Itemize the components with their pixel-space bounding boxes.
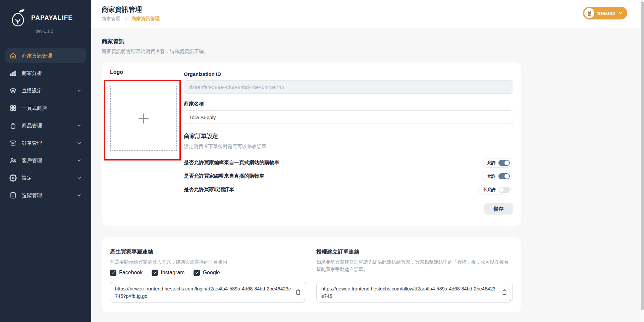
toggle-row-label: 是否允許買家編輯來自一頁式網站的購物車	[184, 159, 279, 166]
app-version: dev-1.1.2	[36, 29, 91, 34]
chevron-down-icon	[76, 88, 82, 93]
sidebar-item-label: 進階管理	[22, 192, 42, 199]
sidebar-item-customer-management[interactable]: 客戶管理	[5, 153, 86, 168]
checked-checkbox-icon	[110, 270, 116, 276]
sidebar-item-label: 商家資訊管理	[22, 53, 52, 59]
toggle-row-live-cart: 是否允許買家編輯來自直播的購物車 允許	[184, 171, 513, 181]
authorize-link-column: 授權建立訂單連結 如果要幫買家建立訂單請先提供此連結給買家，買家點擊連結中的「授…	[316, 248, 513, 312]
checkbox-google[interactable]: Google	[194, 270, 220, 276]
merchant-name-input[interactable]	[184, 110, 513, 124]
buyer-link-column: 產生買家專屬連結 勾選要顯示給買家的登入方式，建議與您直播的平台相同 Faceb…	[110, 248, 306, 312]
toggle-switch-off[interactable]	[498, 187, 510, 193]
header: 商家資訊管理 商家管理 商家資訊管理 tttest02	[91, 0, 644, 28]
chevron-down-icon	[76, 193, 82, 198]
sidebar-item-label: 一頁式商店	[22, 105, 47, 111]
layers-icon	[9, 87, 17, 94]
sidebar-item-label: 直播設定	[22, 88, 42, 94]
toggle-state-label: 允許	[487, 173, 496, 179]
authorize-url: https://newec-frontend.hestechs.com/allo…	[321, 286, 495, 299]
scrollbar-thumb[interactable]	[641, 1, 644, 310]
bar-chart-icon	[9, 70, 17, 77]
sidebar-item-label: 商家分析	[22, 70, 42, 77]
buyer-login-url-box[interactable]: https://newec-frontend.hestechs.com/logi…	[110, 282, 306, 303]
papaya-logo-icon	[9, 8, 27, 28]
allow-toggle[interactable]: 允許	[483, 172, 512, 181]
copy-icon[interactable]	[501, 288, 508, 296]
shopping-bag-icon	[9, 122, 17, 129]
authorize-url-box[interactable]: https://newec-frontend.hestechs.com/allo…	[316, 282, 513, 303]
toggle-switch-on[interactable]	[498, 173, 510, 179]
save-button[interactable]: 儲存	[484, 203, 513, 215]
sidebar-item-order-management[interactable]: 訂單管理	[5, 136, 86, 150]
avatar	[584, 8, 594, 18]
chevron-down-icon	[618, 11, 623, 15]
toggle-state-label: 允許	[487, 160, 496, 166]
resize-handle[interactable]	[302, 298, 305, 301]
breadcrumb-parent[interactable]: 商家管理	[102, 16, 120, 22]
sidebar-item-advanced-management[interactable]: 進階管理	[5, 188, 86, 203]
user-menu-button[interactable]: tttest02	[583, 7, 627, 19]
sidebar-item-label: 設定	[22, 175, 32, 181]
toggle-switch-on[interactable]	[498, 160, 510, 166]
sidebar-nav: 商家資訊管理 商家分析 直播設定	[0, 48, 91, 203]
sidebar: PAPAYALIFE dev-1.1.2 商家資訊管理 商家分析	[0, 0, 91, 322]
order-settings-title: 商家訂單設定	[184, 132, 513, 140]
sidebar-item-label: 商品管理	[22, 123, 42, 129]
sidebar-item-live-settings[interactable]: 直播設定	[5, 83, 86, 98]
save-row: 儲存	[184, 203, 513, 215]
sidebar-item-label: 客戶管理	[22, 157, 42, 164]
checkbox-label: Instagram	[161, 270, 184, 276]
authorize-link-title: 授權建立訂單連結	[316, 248, 513, 256]
toggle-row-label: 是否允許買家取消訂單	[184, 186, 234, 193]
toggle-row-cancel-order: 是否允許買家取消訂單 不允許	[184, 185, 513, 194]
home-icon	[9, 52, 17, 59]
login-method-checkboxes: Facebook Instagram Google	[110, 270, 306, 276]
toggle-row-label: 是否允許買家編輯來自直播的購物車	[184, 173, 264, 179]
main-content: 商家資訊 商家資訊將會顯示給消費者看，請確認資訊正確。 Logo Organiz…	[91, 28, 644, 322]
annotation-red-box	[104, 80, 181, 160]
merchant-form: Organization ID 商家名稱 商家訂單設定 設定消費者下單後對是否可…	[184, 62, 521, 215]
links-card: 產生買家專屬連結 勾選要顯示給買家的登入方式，建議與您直播的平台相同 Faceb…	[102, 237, 521, 312]
sidebar-item-merchant-info[interactable]: 商家資訊管理	[5, 48, 86, 63]
section-subtitle: 商家資訊將會顯示給消費者看，請確認資訊正確。	[102, 48, 644, 55]
sidebar-item-settings[interactable]: 設定	[5, 171, 86, 185]
vertical-scrollbar[interactable]	[640, 0, 644, 322]
brand-name: PAPAYALIFE	[31, 14, 73, 21]
checkbox-label: Facebook	[119, 270, 143, 276]
sidebar-item-onepage-store[interactable]: 一頁式商店	[5, 101, 86, 116]
breadcrumb-current: 商家資訊管理	[131, 16, 160, 22]
chevron-down-icon	[76, 123, 82, 128]
merchant-name-label: 商家名稱	[184, 101, 513, 107]
toggle-rows: 是否允許買家編輯來自一頁式網站的購物車 允許 是否允許買家編輯來自直播的購物車 …	[184, 158, 513, 194]
users-icon	[9, 157, 17, 164]
sidebar-item-merchant-analytics[interactable]: 商家分析	[5, 66, 86, 81]
orders-box-icon	[9, 139, 17, 147]
toggle-row-onepage-cart: 是否允許買家編輯來自一頁式網站的購物車 允許	[184, 158, 513, 168]
breadcrumb-chevron-icon	[124, 17, 128, 21]
buyer-login-url: https://newec-frontend.hestechs.com/logi…	[115, 286, 291, 299]
logo-label: Logo	[110, 69, 123, 75]
checkbox-instagram[interactable]: Instagram	[152, 270, 184, 276]
checked-checkbox-icon	[194, 270, 200, 276]
org-id-label: Organization ID	[184, 71, 513, 77]
user-name: tttest02	[597, 10, 615, 16]
chevron-down-icon	[76, 140, 82, 146]
checked-checkbox-icon	[152, 270, 158, 276]
gear-icon	[9, 174, 17, 182]
grid-icon	[9, 104, 17, 112]
section-title: 商家資訊	[102, 38, 644, 45]
org-id-input	[184, 80, 513, 94]
resize-handle[interactable]	[508, 298, 511, 301]
disallow-toggle[interactable]: 不允許	[478, 185, 512, 194]
allow-toggle[interactable]: 允許	[483, 158, 512, 168]
buyer-link-subtitle: 勾選要顯示給買家的登入方式，建議與您直播的平台相同	[110, 259, 306, 266]
checkbox-facebook[interactable]: Facebook	[110, 270, 143, 276]
toggle-state-label: 不允許	[483, 187, 496, 193]
brand: PAPAYALIFE	[0, 0, 91, 28]
sidebar-item-product-management[interactable]: 商品管理	[5, 118, 86, 133]
sidebar-item-label: 訂單管理	[22, 140, 42, 146]
copy-icon[interactable]	[295, 288, 302, 296]
order-settings-subtitle: 設定消費者下單後對是否可以修改訂單	[184, 143, 513, 150]
database-icon	[9, 192, 17, 199]
authorize-link-subtitle: 如果要幫買家建立訂單請先提供此連結給買家，買家點擊連結中的「授權」後，您可以在後…	[316, 259, 513, 273]
